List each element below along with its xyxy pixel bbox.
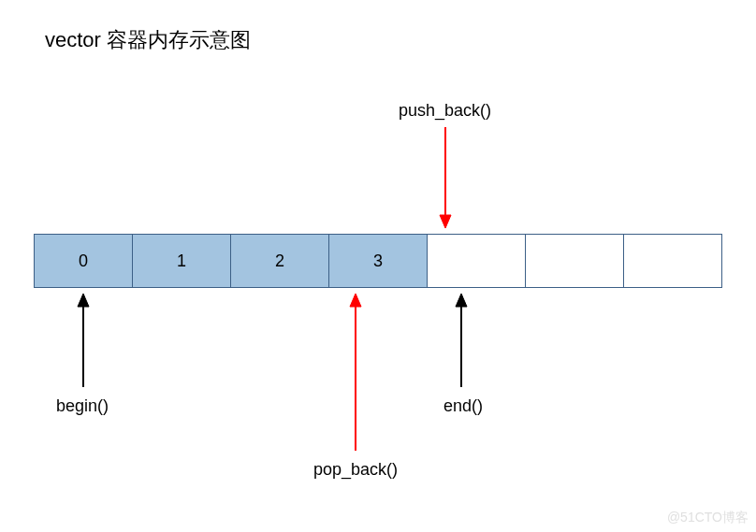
cell-1: 1 <box>133 235 231 287</box>
begin-arrow <box>74 294 93 387</box>
vector-cells-row: 0 1 2 3 <box>34 234 722 288</box>
push-back-label: push_back() <box>399 101 491 121</box>
cell-5 <box>526 235 624 287</box>
svg-marker-6 <box>456 294 467 307</box>
cell-6 <box>624 235 721 287</box>
svg-marker-4 <box>350 294 361 307</box>
begin-label: begin() <box>56 396 109 416</box>
watermark: @51CTO博客 <box>667 510 749 526</box>
cell-2: 2 <box>231 235 329 287</box>
end-arrow <box>452 294 471 387</box>
cell-3: 3 <box>329 235 428 287</box>
cell-0: 0 <box>35 235 133 287</box>
end-label: end() <box>443 396 483 416</box>
svg-marker-2 <box>78 294 89 307</box>
pop-back-label: pop_back() <box>313 460 398 480</box>
cell-4 <box>428 235 526 287</box>
pop-back-arrow <box>346 294 365 451</box>
svg-marker-1 <box>440 215 451 228</box>
diagram-title: vector 容器内存示意图 <box>45 26 251 54</box>
push-back-arrow <box>436 127 455 228</box>
